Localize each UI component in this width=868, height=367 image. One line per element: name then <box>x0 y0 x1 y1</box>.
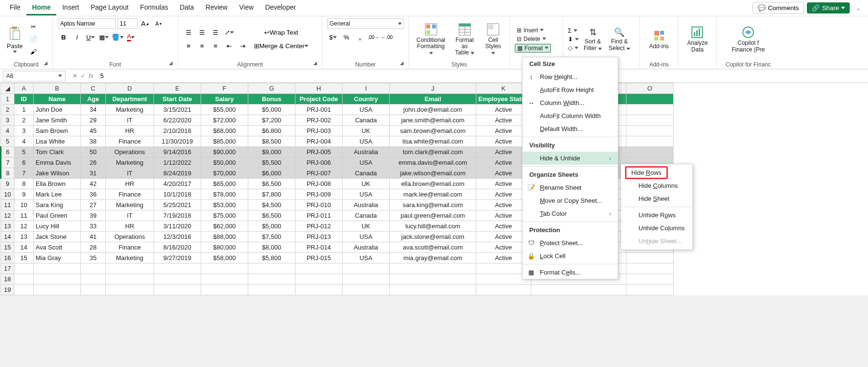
insert-cells-button[interactable]: ⊞Insert <box>515 26 551 34</box>
align-left-button[interactable]: ≡ <box>183 41 194 52</box>
cell[interactable]: 28 <box>81 242 106 253</box>
cell[interactable]: Finance <box>106 189 154 200</box>
cell[interactable]: $7,500 <box>248 232 295 242</box>
cell[interactable]: 2/10/2018 <box>154 126 201 136</box>
cell[interactable]: 31 <box>81 168 106 179</box>
cell[interactable]: PRJ-005 <box>295 147 343 157</box>
fx-icon[interactable]: fx <box>89 72 93 79</box>
cell[interactable]: UK <box>343 179 390 189</box>
cell[interactable]: Tom Clark <box>34 147 81 157</box>
row-header-10[interactable]: 10 <box>1 189 14 200</box>
cell[interactable]: Jake Wilson <box>34 168 81 179</box>
cell[interactable]: $88,000 <box>201 232 248 242</box>
cell[interactable] <box>34 274 81 285</box>
cell[interactable]: UK <box>343 221 390 232</box>
cell[interactable]: 27 <box>81 200 106 210</box>
row-header-8[interactable]: 8 <box>1 168 14 179</box>
cell[interactable]: Jane Smith <box>34 115 81 126</box>
cell[interactable]: $9,000 <box>248 147 295 157</box>
format-painter-button[interactable]: 🖌 <box>27 47 39 57</box>
row-header-12[interactable]: 12 <box>1 210 14 221</box>
cell[interactable] <box>390 263 476 274</box>
submenu-hide-sheet[interactable]: Hide Sheet <box>621 192 692 205</box>
borders-button[interactable]: ▦ <box>98 32 110 42</box>
tab-file[interactable]: File <box>4 0 26 15</box>
copilot-button[interactable]: Copilot fFinance (Pre <box>730 26 767 52</box>
cell[interactable]: jake.wilson@email.com <box>390 168 476 179</box>
analyze-data-button[interactable]: AnalyzeData <box>685 26 710 52</box>
row-header-17[interactable]: 17 <box>1 263 14 274</box>
cell[interactable]: PRJ-013 <box>295 232 343 242</box>
header-cell[interactable]: Email <box>390 94 476 105</box>
decrease-indent-button[interactable]: ⇤ <box>223 41 235 52</box>
cell[interactable]: Finance <box>106 136 154 147</box>
row-header-3[interactable]: 3 <box>1 115 14 126</box>
cell[interactable]: jack.stone@email.com <box>390 232 476 242</box>
format-cells-button[interactable]: ▦Format <box>515 44 551 52</box>
fill-button[interactable]: ⬇ <box>568 36 579 43</box>
cell[interactable] <box>626 285 673 295</box>
cell[interactable]: 3/15/2021 <box>154 105 201 115</box>
cell[interactable]: 39 <box>81 210 106 221</box>
cell[interactable] <box>248 285 295 295</box>
cell[interactable]: $55,000 <box>201 105 248 115</box>
cell[interactable]: $75,000 <box>201 210 248 221</box>
cell[interactable]: 15 <box>14 253 34 263</box>
row-header-19[interactable]: 19 <box>1 285 14 295</box>
cut-button[interactable]: ✂ <box>27 22 39 32</box>
tab-home[interactable]: Home <box>26 0 57 15</box>
currency-button[interactable]: $ <box>327 32 339 42</box>
format-as-table-button[interactable]: Format asTable <box>451 23 479 56</box>
cell[interactable]: $65,000 <box>201 179 248 189</box>
cell[interactable]: Sara King <box>34 200 81 210</box>
cell[interactable]: IT <box>106 210 154 221</box>
decrease-decimal-button[interactable]: ←.00 <box>381 32 393 42</box>
cell[interactable]: PRJ-010 <box>295 200 343 210</box>
menu-autofit-row[interactable]: AutoFit Row Height <box>523 83 618 96</box>
delete-cells-button[interactable]: ⊟Delete <box>515 35 551 43</box>
cell[interactable]: emma.davis@email.com <box>390 157 476 168</box>
increase-font-button[interactable]: A▲ <box>140 18 151 29</box>
fill-color-button[interactable]: 🪣 <box>112 32 123 42</box>
cell[interactable]: Finance <box>106 242 154 253</box>
cell[interactable]: Australia <box>343 242 390 253</box>
cell[interactable]: $53,000 <box>201 200 248 210</box>
cell[interactable]: PRJ-003 <box>295 126 343 136</box>
cell[interactable] <box>14 263 34 274</box>
decrease-font-button[interactable]: A▼ <box>153 18 165 29</box>
font-name-select[interactable] <box>58 18 115 29</box>
cell[interactable]: $70,000 <box>201 168 248 179</box>
cell[interactable] <box>248 274 295 285</box>
cell[interactable]: $8,500 <box>248 136 295 147</box>
header-cell[interactable]: Name <box>34 94 81 105</box>
cell[interactable] <box>626 126 673 136</box>
header-cell[interactable] <box>626 94 673 105</box>
cell[interactable] <box>106 263 154 274</box>
cell[interactable] <box>106 285 154 295</box>
cell[interactable]: $58,000 <box>201 253 248 263</box>
enter-icon[interactable]: ✓ <box>80 72 86 79</box>
cell[interactable]: 6/22/2020 <box>154 115 201 126</box>
cell[interactable]: PRJ-012 <box>295 221 343 232</box>
col-header-H[interactable]: H <box>295 83 343 94</box>
cell[interactable]: $7,200 <box>248 115 295 126</box>
cell[interactable]: 13 <box>14 232 34 242</box>
cell[interactable] <box>201 285 248 295</box>
cell[interactable]: Marketing <box>106 105 154 115</box>
cell[interactable]: USA <box>343 105 390 115</box>
cell[interactable]: lisa.white@email.com <box>390 136 476 147</box>
italic-button[interactable]: I <box>71 32 83 42</box>
font-size-select[interactable] <box>117 18 138 29</box>
increase-indent-button[interactable]: ⇥ <box>237 41 248 52</box>
cell[interactable]: 38 <box>81 136 106 147</box>
cell[interactable]: 35 <box>81 253 106 263</box>
font-color-button[interactable]: A <box>125 32 137 42</box>
row-header-18[interactable]: 18 <box>1 274 14 285</box>
alignment-launcher[interactable]: ◢ <box>313 60 320 67</box>
cell[interactable]: $6,800 <box>248 126 295 136</box>
clear-button[interactable]: ◇ <box>568 44 578 52</box>
menu-tab-color[interactable]: Tab Color› <box>523 207 618 220</box>
row-header-13[interactable]: 13 <box>1 221 14 232</box>
cell[interactable]: 10/1/2018 <box>154 189 201 200</box>
cell[interactable]: $6,000 <box>248 168 295 179</box>
